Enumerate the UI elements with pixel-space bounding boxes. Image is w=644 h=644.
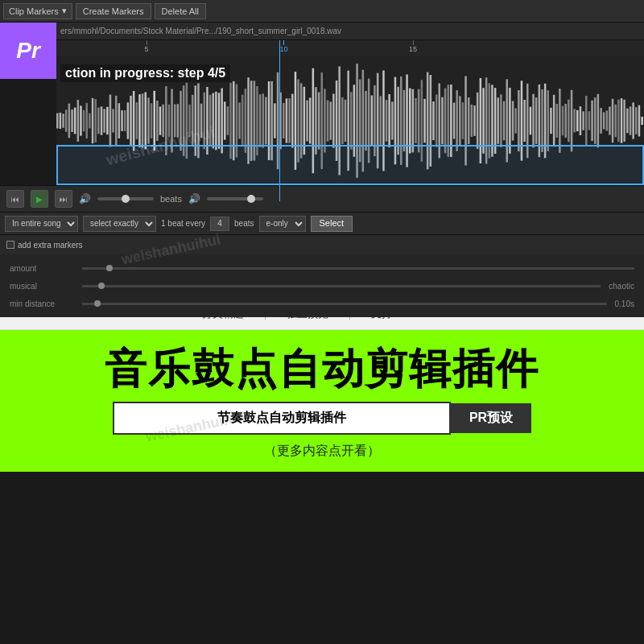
svg-rect-10 (86, 103, 89, 138)
svg-rect-168 (550, 108, 552, 134)
volume-slider[interactable] (97, 197, 154, 200)
svg-rect-124 (421, 80, 423, 162)
ruler-tick-5: 5 (145, 40, 149, 53)
svg-rect-101 (353, 85, 356, 156)
svg-rect-111 (382, 71, 385, 171)
svg-rect-77 (283, 103, 285, 138)
svg-rect-185 (600, 108, 602, 134)
svg-rect-122 (415, 98, 417, 143)
ruler-tick-15: 15 (409, 40, 417, 53)
svg-rect-167 (547, 90, 550, 151)
svg-rect-57 (224, 101, 226, 139)
svg-rect-192 (621, 98, 623, 143)
svg-rect-39 (171, 89, 173, 153)
filter-select[interactable]: e-only (259, 216, 306, 232)
svg-rect-7 (77, 100, 80, 142)
svg-rect-36 (162, 105, 164, 138)
svg-rect-178 (580, 106, 582, 135)
svg-rect-85 (306, 101, 308, 142)
waveform-area: // This will be drawn via JS below ction… (0, 56, 644, 185)
svg-rect-86 (309, 97, 312, 143)
svg-rect-17 (106, 107, 109, 134)
svg-rect-182 (591, 101, 593, 141)
svg-rect-190 (615, 105, 617, 138)
svg-rect-146 (485, 77, 488, 163)
svg-rect-74 (274, 103, 276, 138)
svg-rect-44 (186, 83, 188, 159)
extra-markers-checkbox[interactable] (6, 241, 14, 249)
svg-rect-61 (236, 85, 238, 158)
min-distance-label: min distance (10, 299, 74, 308)
svg-rect-29 (142, 93, 144, 147)
svg-rect-166 (544, 84, 547, 159)
svg-rect-169 (553, 95, 555, 147)
svg-rect-47 (195, 85, 197, 155)
svg-rect-22 (121, 110, 123, 131)
select-button[interactable]: Select (311, 216, 353, 232)
min-distance-slider[interactable] (82, 303, 607, 305)
ruler-tick-10: 10 (279, 40, 287, 53)
amount-slider[interactable] (82, 267, 634, 270)
svg-rect-81 (295, 72, 297, 170)
beats-unit-label: beats (234, 219, 254, 228)
svg-rect-5 (71, 109, 73, 132)
svg-rect-21 (118, 103, 121, 138)
svg-rect-152 (503, 101, 506, 141)
svg-rect-83 (300, 83, 303, 158)
badge-right: PR预设 (451, 403, 531, 433)
svg-rect-93 (330, 101, 332, 140)
svg-rect-11 (89, 114, 91, 129)
svg-rect-18 (109, 95, 112, 147)
svg-rect-103 (359, 80, 361, 163)
svg-rect-133 (448, 85, 450, 157)
amount-label: amount (10, 264, 74, 273)
svg-rect-181 (588, 111, 591, 130)
range-select[interactable]: In entire song (5, 216, 78, 232)
min-distance-value: 0.10s (615, 299, 634, 308)
select-mode-select[interactable]: select exactly (83, 216, 156, 232)
svg-rect-147 (489, 83, 491, 158)
forward-button[interactable]: ⏭ (55, 190, 72, 208)
svg-rect-199 (641, 117, 643, 125)
play-button[interactable]: ▶ (31, 190, 48, 208)
svg-rect-80 (291, 94, 294, 148)
rewind-button[interactable]: ⏮ (6, 190, 24, 208)
beats-slider[interactable] (207, 197, 263, 200)
beat-number-input[interactable] (210, 217, 229, 231)
svg-rect-175 (571, 90, 573, 151)
svg-rect-79 (288, 98, 291, 143)
svg-rect-135 (453, 103, 456, 139)
svg-rect-78 (286, 98, 288, 142)
svg-rect-92 (327, 100, 329, 141)
svg-rect-113 (388, 94, 390, 147)
musical-slider[interactable] (82, 285, 601, 287)
svg-rect-88 (315, 87, 317, 155)
dropdown-arrow: ▾ (62, 6, 67, 16)
svg-rect-68 (256, 86, 258, 155)
svg-rect-132 (444, 89, 447, 154)
green-section: 音乐鼓点自动剪辑插件 节奏鼓点自动剪辑插件 PR预设 （更多内容点开看） (0, 330, 644, 472)
svg-rect-91 (324, 89, 326, 152)
svg-rect-37 (165, 86, 167, 155)
svg-rect-120 (409, 89, 411, 154)
svg-rect-2 (62, 114, 64, 128)
beat-label: 1 beat every (161, 219, 205, 228)
svg-rect-153 (506, 79, 509, 162)
create-markers-button[interactable]: Create Markers (76, 3, 151, 19)
svg-rect-162 (532, 94, 535, 148)
svg-rect-110 (380, 96, 382, 146)
svg-rect-102 (356, 64, 358, 178)
svg-rect-30 (145, 93, 147, 150)
filepath-bar: ers/mmohl/Documents/Stock Material/Pre..… (0, 23, 644, 40)
svg-rect-65 (247, 77, 250, 164)
extra-markers-checkbox-wrapper[interactable]: add extra markers (6, 241, 83, 250)
svg-rect-12 (92, 98, 94, 143)
svg-rect-19 (112, 109, 114, 132)
svg-rect-51 (206, 87, 208, 155)
svg-rect-179 (582, 111, 584, 130)
svg-rect-27 (136, 102, 138, 139)
svg-rect-3 (65, 109, 68, 132)
timeline-ruler: 5 10 15 (0, 40, 644, 56)
delete-all-button[interactable]: Delete All (155, 3, 206, 19)
clip-markers-dropdown[interactable]: Clip Markers ▾ (3, 3, 72, 19)
